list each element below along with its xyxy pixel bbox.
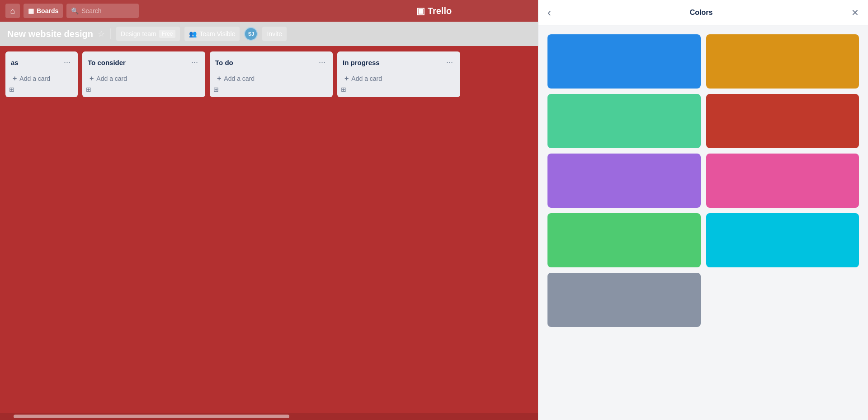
list-title: as [11,59,19,66]
colors-panel-header: ‹ Colors ✕ [538,0,868,25]
color-swatch-purple[interactable] [547,154,701,208]
add-card-button[interactable]: + Add a card [341,72,457,85]
search-placeholder: Search [81,7,101,14]
invite-label: Invite [267,30,282,37]
list-menu-button[interactable]: ··· [444,57,455,68]
member-initials: SJ [248,31,254,37]
divider [110,28,111,39]
list-title: To do [215,59,233,66]
invite-button[interactable]: Invite [262,27,286,41]
team-button[interactable]: Design team Free [116,27,180,41]
colors-panel-title: Colors [690,9,713,17]
search-icon: 🔍 [71,7,79,14]
member-avatar[interactable]: SJ [244,27,258,41]
boards-icon: ▦ [28,7,34,14]
team-badge: Free [159,30,176,38]
color-swatch-green-dark[interactable] [547,94,701,148]
visibility-label: Team Visible [199,30,235,37]
list-menu-button[interactable]: ··· [62,57,72,68]
color-swatch-pink[interactable] [706,154,859,208]
list-header: To do ··· [213,55,329,72]
list-to-consider: To consider ··· + Add a card ⊞ [82,51,205,97]
colors-panel: ‹ Colors ✕ [538,0,868,420]
close-button[interactable]: ✕ [849,5,861,20]
star-button[interactable]: ☆ [98,29,105,39]
list-menu-button[interactable]: ··· [189,57,200,68]
color-swatch-red[interactable] [706,94,859,148]
trello-logo: ▣ Trello [416,5,452,16]
board-title: New website design [7,29,93,39]
list-header: In progress ··· [341,55,457,72]
boards-button[interactable]: ▦ Boards [24,4,63,18]
visibility-button[interactable]: 👥 Team Visible [184,27,240,41]
search-bar[interactable]: 🔍 Search [66,4,139,18]
visibility-icon: 👥 [189,30,197,37]
add-icon: + [217,75,221,83]
star-icon: ☆ [98,29,105,38]
list-header: To consider ··· [86,55,202,72]
add-card-button[interactable]: + Add a card [9,72,74,85]
scrollbar-track[interactable] [0,413,538,420]
copy-button[interactable]: ⊞ [86,86,91,93]
list-in-progress: In progress ··· + Add a card ⊞ [337,51,460,97]
add-card-label: Add a card [351,75,382,82]
copy-button[interactable]: ⊞ [341,86,346,93]
copy-button[interactable]: ⊞ [213,86,219,93]
add-card-button[interactable]: + Add a card [213,72,329,85]
add-card-button[interactable]: + Add a card [86,72,202,85]
close-icon: ✕ [851,7,859,18]
logo-text: Trello [428,6,452,16]
color-swatch-blue[interactable] [547,34,701,89]
boards-label: Boards [37,7,58,14]
add-card-label: Add a card [224,75,255,82]
home-button[interactable]: ⌂ [5,4,20,18]
team-label: Design team [121,30,156,37]
list-partial-left: as ··· + Add a card ⊞ [5,51,78,97]
add-icon: + [90,75,94,83]
add-icon: + [344,75,349,83]
back-button[interactable]: ‹ [546,5,553,21]
add-card-label: Add a card [19,75,50,82]
copy-button[interactable]: ⊞ [9,86,14,93]
list-title: In progress [343,59,380,66]
add-card-label: Add a card [96,75,127,82]
colors-grid [538,25,868,336]
list-title: To consider [88,59,126,66]
add-icon: + [13,75,17,83]
scrollbar-thumb[interactable] [14,415,289,418]
list-header: as ··· [9,55,74,72]
logo-icon: ▣ [416,5,425,16]
list-menu-button[interactable]: ··· [317,57,327,68]
list-to-do: To do ··· + Add a card ⊞ [210,51,333,97]
color-swatch-gray[interactable] [547,273,701,327]
color-swatch-teal[interactable] [706,213,859,267]
back-icon: ‹ [547,6,551,19]
home-icon: ⌂ [10,6,15,16]
color-swatch-orange[interactable] [706,34,859,89]
color-swatch-green-light[interactable] [547,213,701,267]
